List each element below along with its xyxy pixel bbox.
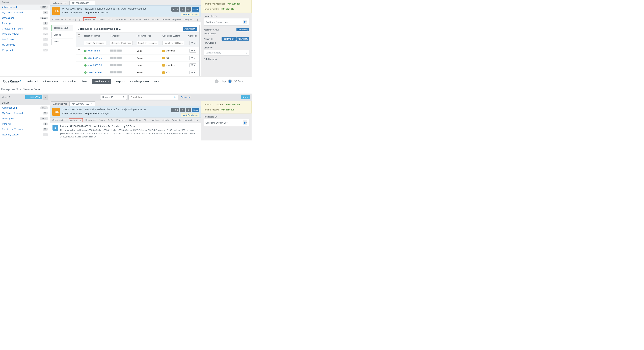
sidebar-item-24h[interactable]: Created in 24 hours 10 (0, 26, 50, 31)
nav-alerts[interactable]: Alerts (81, 80, 87, 83)
sidebar-item-recently-solved[interactable]: Recently solved 0 (0, 31, 50, 37)
subtab-resources[interactable]: Resources (86, 119, 96, 121)
filter-resource-name[interactable] (84, 41, 106, 45)
resource-link[interactable]: cisco-2524-2-2 (88, 57, 102, 59)
console-header-button[interactable]: ▾ (189, 41, 196, 45)
nav-reports[interactable]: Reports (116, 80, 125, 83)
resource-side-groups[interactable]: Groups (52, 32, 73, 38)
subtab-alerts[interactable]: Alerts (144, 119, 149, 121)
refresh-button[interactable]: ⟳ (186, 7, 191, 11)
sr-button[interactable]: ⇥SR (172, 108, 179, 112)
console-button[interactable]: ▾ (189, 56, 196, 60)
advanced-search-link[interactable]: Advanced (181, 96, 190, 98)
subtab-conversations[interactable]: Conversations (52, 18, 66, 21)
refresh-button[interactable]: ⟳ (186, 108, 191, 112)
refresh-views-icon[interactable]: ⟳ (9, 96, 10, 98)
subtab-integration-log[interactable]: Integration Log (184, 119, 198, 121)
category-select[interactable]: Select Category ⇅ (204, 50, 249, 55)
user-avatar-icon[interactable]: 👤 (228, 79, 232, 83)
alert-escalation-link[interactable]: Alert Escalation (180, 12, 200, 16)
subtab-articles[interactable]: Articles (152, 18, 160, 21)
row-checkbox[interactable] (78, 49, 80, 52)
subtab-properties[interactable]: Properties (116, 119, 126, 121)
sidebar-item-my-group-unsolved[interactable]: My Group Unsolved 18 (0, 10, 50, 15)
subtab-attached-requests[interactable]: Attached Requests (162, 119, 181, 121)
nav-help[interactable]: Help (221, 80, 226, 83)
tab-incident[interactable]: #INC0000474668 ✕ (70, 1, 95, 5)
close-tab-icon[interactable]: ✕ (90, 2, 92, 4)
collapse-sidebar-button[interactable]: ‹ (43, 94, 48, 100)
col-resource-name[interactable]: Resource Name (82, 33, 108, 39)
subtab-activity-log[interactable]: Activity Log (69, 118, 83, 122)
nav-user[interactable]: SE Demo (234, 80, 244, 83)
row-checkbox[interactable] (78, 57, 80, 59)
console-button[interactable]: ▾ (189, 63, 196, 67)
subtab-status-flow[interactable]: Status Flow (129, 18, 141, 21)
search-button[interactable]: 🔍 (172, 94, 178, 100)
alert-escalation-link[interactable]: Alert Escalation (180, 113, 200, 117)
add-user-button[interactable]: 👤⁺ (243, 120, 247, 125)
chevron-down-icon[interactable]: ⌄ (246, 80, 248, 83)
new-button[interactable]: New (192, 7, 200, 11)
resource-link[interactable]: cisco-7513-4-3 (88, 71, 102, 74)
col-ip-address[interactable]: IP Address (108, 33, 135, 39)
console-button[interactable]: ▾ (189, 49, 196, 53)
subtab-alerts[interactable]: Alerts (144, 18, 149, 21)
views-item[interactable]: Unassigned1703 (0, 116, 50, 121)
filter-os[interactable] (162, 41, 184, 45)
views-item[interactable]: Created in 24 hours10 (0, 127, 50, 132)
sidebar-item-unassigned[interactable]: Unassigned 1703 (0, 15, 50, 21)
new-button[interactable]: New (192, 108, 200, 112)
subtab-notes[interactable]: Notes (99, 18, 105, 21)
select-all-checkbox[interactable] (78, 34, 80, 37)
resource-side-sites[interactable]: Sites (52, 38, 73, 45)
views-item[interactable]: Pending1 (0, 121, 50, 127)
subtab-todo[interactable]: To Do (108, 119, 113, 121)
subtab-attached-requests[interactable]: Attached Requests (162, 18, 181, 21)
request-id-select[interactable]: Request ID ⇅ (100, 94, 127, 100)
subtab-activity-log[interactable]: Activity Log (69, 18, 80, 21)
resource-link[interactable]: cat-5505-6-5 (88, 49, 100, 52)
new-request-button[interactable]: New ▾ (241, 95, 250, 99)
col-os[interactable]: Operating System (160, 33, 186, 39)
sidebar-item-my-unsolved[interactable]: My unsolved 0 (0, 42, 50, 47)
views-item[interactable]: Recently solved0 (0, 132, 50, 137)
tab-all-unresolved-2[interactable]: All unresolved (51, 101, 70, 106)
resource-side-resources[interactable]: Resources (7) (52, 25, 73, 31)
close-tab-icon[interactable]: ✕ (90, 103, 92, 105)
sidebar-item-all-unresolved[interactable]: All unresolved 1723 (0, 4, 50, 10)
help-icon[interactable]: ? (215, 79, 218, 83)
logo[interactable]: OpsRamp◢ (3, 79, 21, 83)
console-button[interactable]: ▾ (189, 70, 196, 74)
nav-knowledge-base[interactable]: Knowledge Base (130, 80, 149, 83)
subtab-conversations[interactable]: Conversations (52, 119, 66, 121)
nav-infrastructure[interactable]: Infrastructure (43, 80, 58, 83)
tab-incident-2[interactable]: #INC0000474668 ✕ (70, 101, 95, 106)
subtab-todo[interactable]: To Do (108, 18, 113, 21)
add-modify-resources-button[interactable]: Add/Modify (183, 27, 197, 31)
add-user-button[interactable]: 👤⁺ (243, 20, 247, 24)
subtab-properties[interactable]: Properties (116, 18, 126, 21)
filter-resource-type[interactable] (137, 41, 158, 45)
nav-dashboard[interactable]: Dashboard (26, 80, 38, 83)
search-input[interactable] (128, 94, 172, 100)
assign-to-me-button[interactable]: Assign to me (222, 37, 236, 40)
sidebar-item-last7[interactable]: Last 7 days 0 (0, 37, 50, 42)
nav-automation[interactable]: Automation (63, 80, 76, 83)
create-view-button[interactable]: ＋Create View (25, 95, 42, 99)
edit-button[interactable]: ✎ (180, 108, 185, 112)
edit-button[interactable]: ✎ (180, 7, 185, 11)
subtab-notes[interactable]: Notes (99, 119, 105, 121)
nav-service-desk[interactable]: Service Desk (92, 79, 111, 84)
subtab-status-flow[interactable]: Status Flow (129, 119, 141, 121)
tab-all-unresolved[interactable]: All unresolved (51, 1, 70, 5)
subtab-articles[interactable]: Articles (152, 119, 160, 121)
sidebar-item-reopened[interactable]: Reopened 0 (0, 47, 50, 53)
views-item[interactable]: All unresolved1723 (0, 105, 50, 110)
row-checkbox[interactable] (78, 71, 80, 73)
nav-setup[interactable]: Setup (154, 80, 160, 83)
resource-link[interactable]: cisco-2528-2-1 (88, 64, 102, 66)
col-resource-type[interactable]: Resource Type (135, 33, 160, 39)
assignee-group-add-button[interactable]: Add/Modify (236, 28, 249, 31)
row-checkbox[interactable] (78, 64, 80, 66)
